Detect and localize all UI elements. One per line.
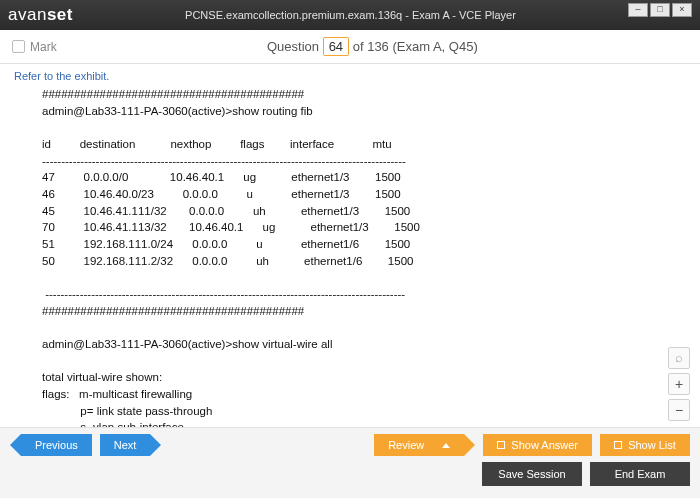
toolbar: Mark Question 64 of 136 (Exam A, Q45) xyxy=(0,30,700,64)
footer-row-2: Save Session End Exam xyxy=(10,462,690,486)
window-controls: – □ × xyxy=(628,3,692,17)
content-area: Refer to the exhibit. ##################… xyxy=(0,64,700,428)
show-answer-button[interactable]: Show Answer xyxy=(483,434,592,456)
footer-row-1: Previous Next Review Show Answer Show Li… xyxy=(10,434,690,456)
save-session-button[interactable]: Save Session xyxy=(482,462,582,486)
zoom-in-button[interactable]: + xyxy=(668,373,690,395)
mark-checkbox[interactable] xyxy=(12,40,25,53)
app-logo: avanset xyxy=(8,5,73,25)
mark-label: Mark xyxy=(30,40,57,54)
close-button[interactable]: × xyxy=(672,3,692,17)
titlebar: avanset PCNSE.examcollection.premium.exa… xyxy=(0,0,700,30)
previous-button[interactable]: Previous xyxy=(21,434,92,456)
mark-checkbox-group[interactable]: Mark xyxy=(12,40,57,54)
review-button[interactable]: Review xyxy=(374,434,464,456)
zoom-controls: ⌕ + − xyxy=(668,347,690,421)
window-title: PCNSE.examcollection.premium.exam.136q -… xyxy=(73,9,628,21)
zoom-fit-button[interactable]: ⌕ xyxy=(668,347,690,369)
question-number: 64 xyxy=(323,37,349,56)
footer: Previous Next Review Show Answer Show Li… xyxy=(0,428,700,498)
zoom-out-button[interactable]: − xyxy=(668,399,690,421)
stop-icon xyxy=(497,441,505,449)
question-indicator: Question 64 of 136 (Exam A, Q45) xyxy=(57,37,688,56)
exhibit-body: ########################################… xyxy=(14,86,686,428)
exhibit-header: Refer to the exhibit. xyxy=(14,70,686,82)
chevron-up-icon xyxy=(442,443,450,448)
maximize-button[interactable]: □ xyxy=(650,3,670,17)
next-button[interactable]: Next xyxy=(100,434,151,456)
minimize-button[interactable]: – xyxy=(628,3,648,17)
end-exam-button[interactable]: End Exam xyxy=(590,462,690,486)
stop-icon xyxy=(614,441,622,449)
show-list-button[interactable]: Show List xyxy=(600,434,690,456)
